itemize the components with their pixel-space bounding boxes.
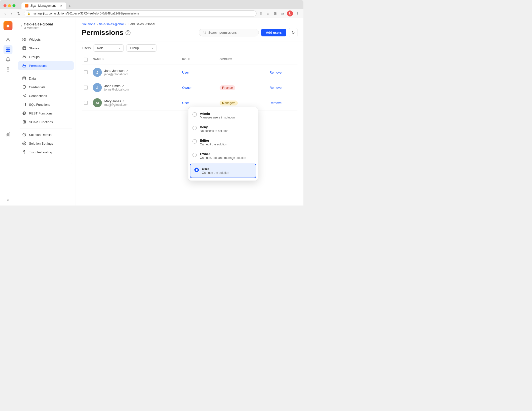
troubleshooting-icon — [22, 150, 26, 154]
sidebar-item-credentials[interactable]: Credentials — [18, 83, 74, 91]
solution-settings-icon — [22, 141, 26, 146]
role-value[interactable]: User — [182, 71, 189, 74]
external-link-icon[interactable]: ↗ — [126, 69, 128, 72]
dropdown-item-title: Editor — [200, 139, 227, 142]
svg-point-42 — [203, 31, 205, 33]
sidebar-collapse-button[interactable]: ‹ — [71, 161, 74, 166]
svg-point-20 — [23, 77, 26, 78]
breadcrumb-solutions[interactable]: Solutions — [82, 22, 95, 26]
tab-close-button[interactable]: ✕ — [59, 4, 63, 7]
row-checkbox[interactable] — [84, 70, 88, 74]
new-tab-button[interactable]: + — [68, 4, 71, 9]
search-box[interactable] — [199, 29, 259, 36]
stories-icon — [22, 46, 26, 50]
help-icon[interactable]: ? — [126, 30, 131, 35]
profile-avatar[interactable]: L — [287, 10, 293, 16]
page-title: Permissions ? — [82, 29, 131, 37]
app-logo[interactable]: ◆ — [3, 21, 12, 30]
rail-users-icon[interactable] — [3, 35, 12, 44]
row-checkbox-cell — [82, 69, 91, 75]
nav-actions: ⬆ ☆ ⊞ ▭ L ⋮ — [259, 10, 300, 16]
share-button[interactable]: ⬆ — [259, 10, 264, 16]
maximize-button[interactable] — [12, 4, 15, 7]
collapse-rail-button[interactable]: « — [6, 197, 10, 203]
role-value[interactable]: User — [182, 101, 189, 105]
url-bar[interactable]: 🔒 manage.jigx.com/solutions/361beca-3172… — [24, 10, 257, 16]
menu-button[interactable]: ⋮ — [295, 10, 300, 16]
sidebar-divider-2 — [20, 128, 72, 128]
remove-button[interactable]: Remove — [269, 86, 281, 90]
sidebar-item-widgets[interactable]: Widgets — [18, 35, 74, 44]
avatar: J — [93, 83, 102, 92]
split-view-button[interactable]: ▭ — [280, 10, 285, 16]
user-name: Jane Johnson ↗ — [104, 69, 128, 73]
sidebar-item-solution-details[interactable]: Solution Details — [18, 130, 74, 139]
user-cell: M Mary Jones ↗ marjj@global.com — [91, 97, 180, 108]
dropdown-item-title: Owner — [200, 152, 246, 156]
sidebar-item-permissions[interactable]: Permissions — [18, 61, 74, 70]
svg-point-26 — [23, 103, 26, 104]
search-input[interactable] — [208, 31, 253, 34]
forward-button[interactable]: › — [9, 11, 13, 16]
col-checkbox — [82, 57, 91, 63]
dropdown-item-desc: No access to solution — [200, 129, 228, 133]
external-link-icon[interactable]: ↗ — [122, 100, 125, 103]
sidebar-item-data[interactable]: Data — [18, 74, 74, 83]
sidebar-item-sql-functions[interactable]: SQL Functions — [18, 100, 74, 109]
svg-rect-4 — [8, 50, 10, 52]
row-checkbox[interactable] — [84, 86, 88, 90]
sidebar-item-solution-settings[interactable]: Solution Settings — [18, 139, 74, 148]
url-text: manage.jigx.com/solutions/361beca-3172-4… — [32, 12, 139, 15]
role-filter[interactable]: Role ⌄ — [94, 44, 124, 52]
radio-editor — [192, 139, 197, 144]
sidebar-item-rest-functions[interactable]: REST Functions — [18, 109, 74, 117]
close-button[interactable] — [3, 4, 6, 7]
minimize-button[interactable] — [8, 4, 11, 7]
sidebar-item-label: Connections — [29, 94, 47, 98]
sidebar-item-label: Stories — [29, 46, 39, 50]
active-tab[interactable]: Jigx | Management ✕ — [21, 2, 66, 9]
extensions-button[interactable]: ⊞ — [273, 10, 278, 16]
rail-notifications-icon[interactable] — [3, 55, 12, 64]
add-users-button[interactable]: Add users — [261, 29, 286, 36]
reload-button[interactable]: ↻ — [16, 11, 22, 16]
svg-line-24 — [23, 95, 25, 96]
sidebar-item-groups[interactable]: Groups — [18, 53, 74, 61]
tab-favicon — [25, 4, 28, 7]
dropdown-item-admin[interactable]: Admin Manages users in solution — [188, 109, 258, 122]
dropdown-item-title: Deny — [200, 125, 228, 129]
header-actions: Add users ↻ — [199, 28, 297, 37]
dropdown-item-user[interactable]: User Can use the solution — [190, 164, 256, 178]
role-value[interactable]: Owner — [182, 86, 192, 90]
svg-rect-9 — [9, 132, 10, 136]
svg-rect-12 — [23, 40, 24, 41]
sidebar-item-connections[interactable]: Connections — [18, 92, 74, 100]
group-filter[interactable]: Group ⌄ — [127, 44, 156, 52]
remove-button[interactable]: Remove — [269, 71, 281, 74]
col-name: NAME ▾ — [91, 57, 180, 63]
connections-icon — [22, 94, 26, 98]
refresh-button[interactable]: ↻ — [289, 28, 297, 37]
row-checkbox[interactable] — [84, 101, 88, 105]
breadcrumb-solution-id[interactable]: field-sales-global — [99, 22, 124, 26]
sidebar-item-soap-functions[interactable]: SOAP Functions — [18, 118, 74, 126]
remove-button[interactable]: Remove — [269, 101, 281, 105]
bookmark-button[interactable]: ☆ — [266, 10, 271, 16]
sidebar-item-stories[interactable]: Stories — [18, 44, 74, 52]
sidebar-item-troubleshooting[interactable]: Troubleshooting — [18, 148, 74, 156]
dropdown-item-editor[interactable]: Editor Can edit the solution — [188, 136, 258, 149]
rail-solutions-icon[interactable] — [3, 45, 12, 54]
rail-debug-icon[interactable] — [3, 65, 12, 74]
user-info: J Jane Johnson ↗ janej@global.com — [93, 68, 178, 77]
back-button[interactable]: ‹ — [3, 11, 7, 16]
sidebar-item-label: Credentials — [29, 85, 45, 89]
external-link-icon[interactable]: ↗ — [122, 84, 124, 88]
dropdown-item-deny[interactable]: Deny No access to solution — [188, 122, 258, 136]
svg-point-0 — [7, 38, 9, 40]
sidebar-solution-name: field-sales-global — [24, 22, 53, 26]
rail-analytics-icon[interactable] — [3, 130, 12, 139]
header-checkbox[interactable] — [84, 58, 88, 62]
dropdown-item-owner[interactable]: Owner Can use, edit and manage solution — [188, 149, 258, 163]
group-cell: Managers — [218, 100, 267, 106]
sidebar-back-button[interactable]: ‹ — [20, 23, 22, 29]
